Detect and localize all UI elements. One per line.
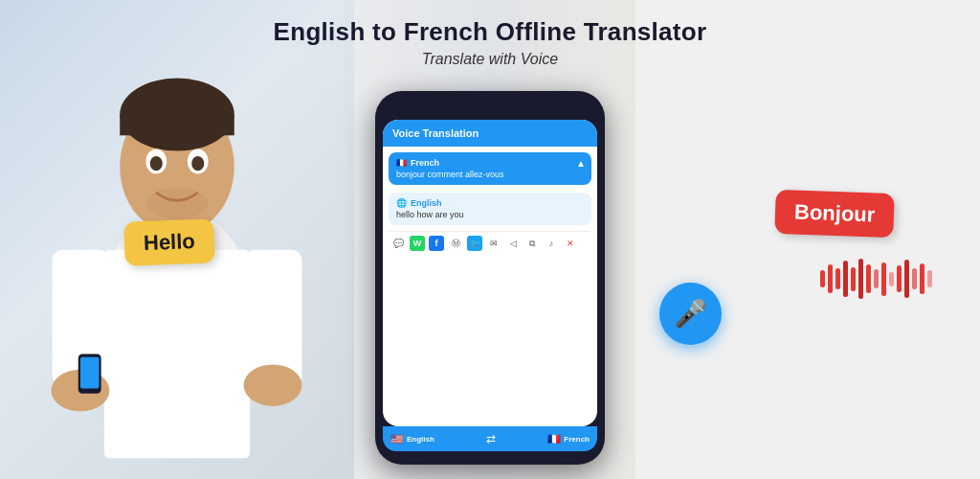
bottom-language-left[interactable]: 🇺🇸 English <box>390 433 434 445</box>
svg-rect-4 <box>120 115 234 136</box>
app-header: Voice Translation <box>383 120 597 147</box>
english-translation-box: 🌐 English hello how are you <box>389 193 591 225</box>
wave-bar-13 <box>912 268 917 289</box>
wave-bar-11 <box>897 265 902 292</box>
copy-icon[interactable]: ⧉ <box>524 236 540 251</box>
bottom-language-right[interactable]: 🇫🇷 French <box>547 433 590 445</box>
wave-bar-14 <box>920 263 924 294</box>
wave-bar-4 <box>843 261 848 297</box>
wave-bar-8 <box>874 269 879 288</box>
english-translation-text: hello how are you <box>396 210 584 219</box>
close-icon[interactable]: ✕ <box>563 236 578 251</box>
app-screen-title: Voice Translation <box>392 127 479 139</box>
translation-area: ▲ 🇫🇷 French bonjour comment allez-vous 🌐… <box>383 147 597 261</box>
french-flag-icon: 🇫🇷 <box>396 158 407 168</box>
wave-bar-10 <box>889 272 894 286</box>
page-title: English to French Offline Translator <box>0 17 980 47</box>
wave-bar-12 <box>904 260 909 298</box>
sound-waves <box>820 259 932 299</box>
english-lang-label: 🌐 English <box>396 198 584 208</box>
phone-notch <box>457 104 523 114</box>
messenger-icon[interactable]: Ⓜ <box>448 236 463 251</box>
page-subtitle: Translate with Voice <box>0 51 980 68</box>
svg-point-8 <box>191 156 204 171</box>
french-lang-label: 🇫🇷 French <box>396 158 584 168</box>
share-icon[interactable]: ◁ <box>505 236 521 251</box>
chevron-up-icon: ▲ <box>576 158 586 169</box>
phone-bottom-bar: 🇺🇸 English ⇄ 🇫🇷 French <box>383 426 597 451</box>
us-flag-icon: 🇺🇸 <box>390 433 404 445</box>
wave-bar-3 <box>835 268 840 289</box>
bonjour-bubble: Bonjour <box>774 190 895 238</box>
chat-icon[interactable]: ✉ <box>486 236 501 251</box>
mic-large-button[interactable]: 🎤 <box>659 283 722 345</box>
sms-icon[interactable]: 💬 <box>390 236 406 251</box>
phone-screen: Voice Translation ▲ 🇫🇷 French bonjour co… <box>383 120 597 426</box>
header: English to French Offline Translator Tra… <box>0 0 980 68</box>
svg-rect-20 <box>80 357 100 389</box>
action-icons-row: 💬 W f Ⓜ 🐦 ✉ ◁ ⧉ ♪ ✕ <box>389 231 591 255</box>
french-translation-box: ▲ 🇫🇷 French bonjour comment allez-vous <box>389 152 591 185</box>
volume-icon[interactable]: ♪ <box>544 236 559 251</box>
wave-bar-1 <box>820 270 825 287</box>
wave-bar-5 <box>851 267 856 291</box>
hello-bubble: Hello <box>123 218 214 265</box>
english-flag-icon: 🌐 <box>396 198 407 208</box>
phone-mic-area <box>389 261 591 318</box>
wave-bar-9 <box>881 262 886 296</box>
facebook-icon[interactable]: f <box>429 236 444 251</box>
fr-flag-icon: 🇫🇷 <box>547 433 561 445</box>
svg-point-18 <box>244 364 302 405</box>
french-translation-text: bonjour comment allez-vous <box>396 170 584 179</box>
wave-bar-15 <box>927 270 932 287</box>
phone-mockup: Voice Translation ▲ 🇫🇷 French bonjour co… <box>375 91 605 465</box>
twitter-icon[interactable]: 🐦 <box>467 236 482 251</box>
phone-body: Voice Translation ▲ 🇫🇷 French bonjour co… <box>375 91 605 465</box>
svg-point-7 <box>150 156 163 171</box>
svg-point-9 <box>145 188 208 219</box>
wave-bar-2 <box>828 264 833 293</box>
mic-icon: 🎤 <box>674 298 707 330</box>
wave-bar-6 <box>858 259 863 299</box>
mic-circle[interactable]: 🎤 <box>659 283 722 345</box>
swap-languages-icon[interactable]: ⇄ <box>486 432 496 445</box>
wave-bar-7 <box>866 264 871 293</box>
svg-rect-14 <box>104 250 250 458</box>
whatsapp-icon[interactable]: W <box>410 236 425 251</box>
